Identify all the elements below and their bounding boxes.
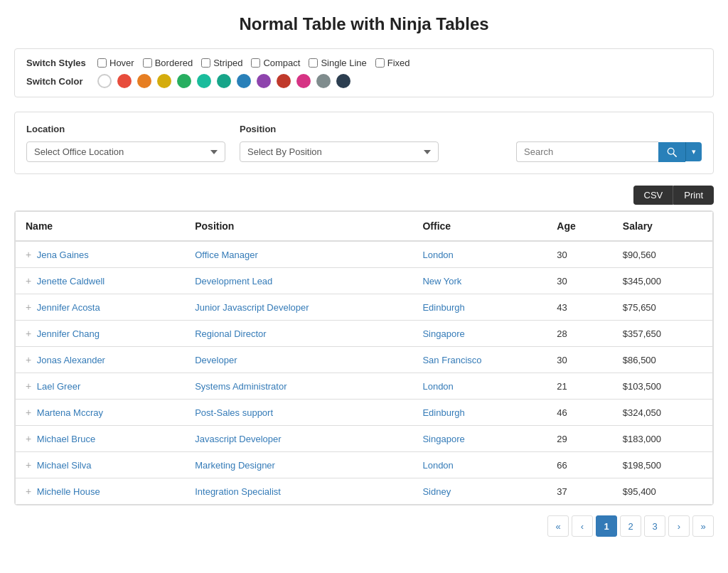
page-title: Normal Table with Ninja Tables — [14, 14, 714, 34]
position-filter-group: Position Select By Position — [240, 124, 439, 162]
style-striped-checkbox[interactable] — [201, 58, 210, 68]
position-link-7[interactable]: Javascript Developer — [195, 434, 281, 444]
pagination-page-3[interactable]: 3 — [644, 515, 665, 537]
position-select[interactable]: Select By Position — [240, 141, 439, 162]
position-link-3[interactable]: Regional Director — [195, 328, 266, 339]
color-cyan[interactable] — [217, 74, 231, 88]
office-link-0[interactable]: London — [422, 250, 453, 260]
style-bordered-checkbox[interactable] — [143, 58, 152, 68]
search-dropdown-button[interactable]: ▾ — [685, 142, 702, 161]
name-link-4[interactable]: Jonas Alexander — [37, 355, 105, 365]
position-link-6[interactable]: Post-Sales support — [195, 407, 273, 418]
position-link-0[interactable]: Office Manager — [195, 250, 258, 260]
cell-name-4: + Jonas Alexander — [16, 347, 186, 373]
filter-area: Location Select Office Location Position… — [14, 112, 714, 174]
office-link-2[interactable]: Edinburgh — [422, 302, 464, 313]
office-link-4[interactable]: San Francisco — [422, 355, 481, 365]
cell-name-5: + Lael Greer — [16, 373, 186, 400]
name-link-2[interactable]: Jennifer Acosta — [37, 302, 100, 313]
office-link-6[interactable]: Edinburgh — [422, 407, 464, 418]
location-filter-label: Location — [26, 124, 225, 134]
search-input[interactable] — [516, 141, 658, 162]
office-link-7[interactable]: Singapore — [422, 434, 464, 444]
cell-name-7: + Michael Bruce — [16, 426, 186, 452]
expand-icon-3[interactable]: + — [26, 328, 31, 339]
col-office[interactable]: Office — [412, 212, 547, 242]
name-link-7[interactable]: Michael Bruce — [37, 434, 95, 444]
table-row: + Jennifer Acosta Junior Javascript Deve… — [16, 294, 713, 321]
position-link-5[interactable]: Systems Administrator — [195, 381, 287, 392]
pagination-first[interactable]: « — [547, 515, 569, 537]
name-link-9[interactable]: Michelle House — [37, 486, 100, 497]
name-link-6[interactable]: Martena Mccray — [37, 407, 103, 418]
expand-icon-5[interactable]: + — [26, 380, 31, 392]
name-link-1[interactable]: Jenette Caldwell — [37, 276, 105, 286]
switch-color-row: Switch Color — [26, 74, 702, 88]
style-hover-checkbox[interactable] — [97, 58, 107, 68]
color-red[interactable] — [117, 74, 132, 88]
color-teal[interactable] — [197, 74, 211, 88]
color-yellow[interactable] — [157, 74, 171, 88]
color-dark[interactable] — [336, 74, 350, 88]
position-link-2[interactable]: Junior Javascript Developer — [195, 302, 309, 313]
style-compact-checkbox[interactable] — [251, 58, 260, 68]
style-bordered-option[interactable]: Bordered — [143, 58, 193, 68]
pagination-prev[interactable]: ‹ — [572, 515, 593, 537]
name-link-0[interactable]: Jena Gaines — [37, 250, 89, 260]
pagination-last[interactable]: » — [692, 515, 714, 537]
expand-icon-1[interactable]: + — [26, 275, 31, 286]
position-link-4[interactable]: Developer — [195, 355, 237, 365]
office-link-9[interactable]: Sidney — [422, 486, 451, 497]
expand-icon-8[interactable]: + — [26, 459, 31, 471]
location-select[interactable]: Select Office Location — [26, 141, 225, 162]
expand-icon-2[interactable]: + — [26, 301, 31, 313]
expand-icon-4[interactable]: + — [26, 354, 31, 365]
office-link-5[interactable]: London — [422, 381, 453, 392]
color-gray[interactable] — [316, 74, 331, 88]
position-link-9[interactable]: Integration Specialist — [195, 486, 281, 497]
filter-row: Location Select Office Location Position… — [26, 124, 702, 162]
csv-button[interactable]: CSV — [633, 186, 674, 205]
style-singleline-checkbox[interactable] — [309, 58, 318, 68]
color-magenta[interactable] — [277, 74, 291, 88]
expand-icon-6[interactable]: + — [26, 407, 31, 418]
style-striped-option[interactable]: Striped — [201, 58, 242, 68]
color-orange[interactable] — [137, 74, 151, 88]
name-link-3[interactable]: Jennifer Chang — [37, 328, 100, 339]
cell-office-4: San Francisco — [412, 347, 547, 373]
cell-age-5: 21 — [547, 373, 613, 400]
style-hover-option[interactable]: Hover — [97, 58, 134, 68]
pagination-page-2[interactable]: 2 — [620, 515, 641, 537]
expand-icon-9[interactable]: + — [26, 486, 31, 497]
print-button[interactable]: Print — [673, 186, 714, 205]
position-link-8[interactable]: Marketing Designer — [195, 460, 275, 471]
office-link-1[interactable]: New York — [422, 276, 461, 286]
expand-icon-0[interactable]: + — [26, 249, 31, 260]
color-white[interactable] — [97, 74, 112, 88]
color-pink[interactable] — [296, 74, 311, 88]
office-link-3[interactable]: Singapore — [422, 328, 464, 339]
color-blue[interactable] — [237, 74, 251, 88]
search-button[interactable] — [658, 142, 685, 162]
col-name[interactable]: Name — [16, 212, 186, 242]
pagination-page-1[interactable]: 1 — [596, 515, 617, 537]
position-link-1[interactable]: Development Lead — [195, 276, 272, 286]
expand-icon-7[interactable]: + — [26, 433, 31, 444]
name-link-8[interactable]: Michael Silva — [37, 460, 92, 471]
col-position[interactable]: Position — [185, 212, 412, 242]
page-wrapper: Normal Table with Ninja Tables Switch St… — [0, 0, 728, 573]
cell-office-8: London — [412, 452, 547, 478]
switch-color-label: Switch Color — [26, 76, 90, 87]
style-singleline-option[interactable]: Single Line — [309, 58, 366, 68]
color-lime[interactable] — [177, 74, 191, 88]
color-purple[interactable] — [257, 74, 271, 88]
cell-salary-2: $75,650 — [613, 294, 713, 321]
style-compact-option[interactable]: Compact — [251, 58, 300, 68]
col-age[interactable]: Age — [547, 212, 613, 242]
style-fixed-checkbox[interactable] — [375, 58, 385, 68]
pagination-next[interactable]: › — [668, 515, 690, 537]
style-fixed-option[interactable]: Fixed — [375, 58, 410, 68]
name-link-5[interactable]: Lael Greer — [37, 381, 80, 392]
office-link-8[interactable]: London — [422, 460, 453, 471]
col-salary[interactable]: Salary — [613, 212, 713, 242]
